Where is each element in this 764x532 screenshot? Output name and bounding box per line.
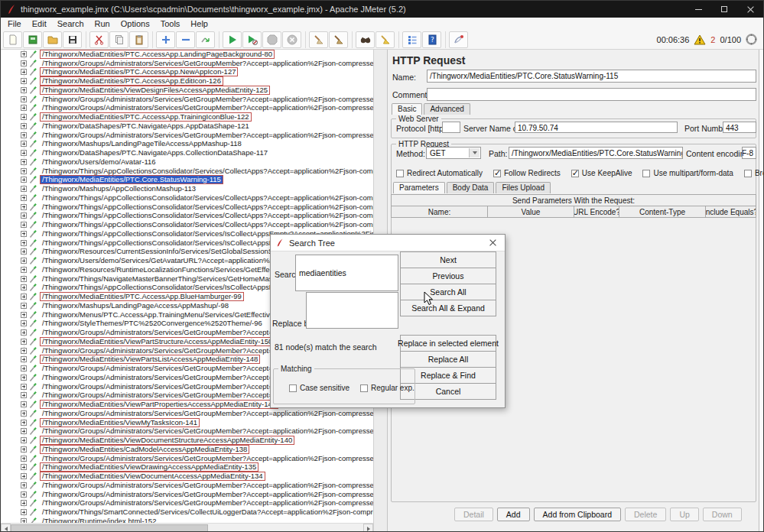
checkbox-box[interactable] — [360, 384, 368, 392]
expander-icon[interactable] — [21, 509, 27, 515]
tab[interactable]: Advanced — [424, 103, 470, 115]
tab[interactable]: Parameters — [393, 182, 445, 193]
option-checkbox[interactable]: Follow Redirects — [493, 169, 561, 177]
clear-icon[interactable] — [309, 31, 328, 48]
tree-row[interactable]: /Thingworx/Things/AppCollectionsConsolid… — [1, 212, 373, 221]
column-header[interactable]: Content-Type — [619, 206, 706, 217]
encoding-field[interactable]: UTF-8 — [742, 147, 756, 159]
checkbox-box[interactable] — [642, 170, 650, 177]
tree-row[interactable]: /Thingworx/Things/AppCollectionsConsolid… — [1, 220, 373, 229]
method-select[interactable]: GET — [426, 147, 481, 159]
expander-icon[interactable] — [21, 168, 27, 174]
tree-row[interactable]: /Thingworx/MediaEntities/PTC.AccessApp.N… — [1, 68, 373, 77]
expander-icon[interactable] — [21, 410, 27, 417]
tree-row[interactable]: /Thingworx/Groups/Administrators/Service… — [1, 95, 373, 104]
tree-row[interactable]: /Thingworx/DataShapes/PTC.NavigateApps.C… — [1, 148, 373, 157]
expander-icon[interactable] — [21, 51, 27, 57]
tree-row[interactable]: /Thingworx/Mashups/AppCollectionMashup-1… — [1, 184, 373, 193]
start-icon[interactable] — [223, 31, 242, 48]
menu-item[interactable]: File — [2, 19, 27, 28]
protocol-field[interactable] — [442, 122, 460, 133]
dialog-button[interactable]: Next — [400, 251, 496, 268]
expander-icon[interactable] — [21, 320, 27, 326]
expander-icon[interactable] — [21, 384, 27, 390]
checkbox-box[interactable] — [289, 384, 297, 392]
open-file-icon[interactable] — [43, 31, 62, 48]
tree-row[interactable]: /Thingworx/Things/SmartConnected/Service… — [1, 508, 373, 517]
tree-row[interactable]: /Thingworx/Users/demo/Avatar-116 — [1, 157, 373, 167]
column-header[interactable]: Include Equals? — [706, 206, 756, 217]
tree-row[interactable]: /Thingworx/Mashups/LandingPageTileAccess… — [1, 140, 373, 149]
expander-icon[interactable] — [21, 186, 27, 192]
expander-icon[interactable] — [21, 284, 27, 290]
column-header[interactable]: Name: — [392, 206, 488, 217]
expander-icon[interactable] — [21, 500, 27, 506]
expander-icon[interactable] — [21, 464, 27, 470]
expand-all-icon[interactable] — [156, 31, 175, 48]
name-field[interactable]: /Thingworx/MediaEntities/PTC.Core.Status… — [427, 70, 756, 83]
tree-row[interactable]: /Thingworx/Groups/Administrators/Service… — [1, 427, 373, 436]
expander-icon[interactable] — [21, 96, 27, 102]
param-action-button[interactable]: Detail — [454, 508, 493, 521]
dialog-button[interactable]: Search All — [400, 284, 496, 300]
tree-row[interactable]: /Thingworx/MediaEntities/ViewDocumentStr… — [1, 436, 373, 445]
search-input[interactable]: mediaentities — [295, 255, 398, 291]
expander-icon[interactable] — [21, 78, 27, 84]
warning-icon[interactable] — [694, 34, 706, 45]
expander-icon[interactable] — [21, 392, 27, 398]
expander-icon[interactable] — [21, 69, 27, 75]
option-checkbox[interactable]: Browser-compatible headers — [744, 169, 764, 177]
clear-all-icon[interactable] — [329, 31, 348, 48]
function-helper-icon[interactable] — [402, 31, 421, 48]
tree-row[interactable]: /Thingworx/MediaEntities/ViewDesignFiles… — [1, 86, 373, 95]
tree-row[interactable]: /Thingworx/MediaEntities/PTC.AccessApp.E… — [1, 76, 373, 86]
expander-icon[interactable] — [21, 150, 27, 156]
tree-row[interactable]: /Thingworx/MediaEntities/PTC.Core.Status… — [1, 176, 373, 185]
tree-row[interactable]: /Thingworx/MediaEntities/PTC.AccessApp.T… — [1, 112, 373, 122]
tree-row[interactable]: /Thingworx/MediaEntities/PTC.AccessApp.L… — [1, 50, 373, 59]
param-action-button[interactable]: Add from Clipboard — [534, 508, 621, 521]
stop-icon[interactable] — [262, 31, 281, 48]
maximize-button[interactable] — [711, 1, 737, 18]
warning-count[interactable]: 2 — [710, 35, 715, 44]
checkbox-box[interactable] — [493, 170, 501, 177]
expander-icon[interactable] — [21, 240, 27, 246]
scroll-left-icon[interactable] — [1, 524, 11, 532]
tree-row[interactable]: /Thingworx/Groups/Administrators/Service… — [1, 59, 373, 68]
expander-icon[interactable] — [21, 420, 27, 426]
expander-icon[interactable] — [21, 177, 27, 183]
menu-item[interactable]: Search — [52, 19, 89, 28]
tree-row[interactable]: /Thingworx/MediaEntities/ViewDrawingAcce… — [1, 463, 373, 472]
expander-icon[interactable] — [21, 132, 27, 138]
expander-icon[interactable] — [21, 222, 27, 228]
tree-row[interactable]: /Thingworx/MediaEntities/ViewDocumentAcc… — [1, 472, 373, 481]
expander-icon[interactable] — [21, 212, 27, 219]
replace-input[interactable] — [306, 292, 398, 329]
expander-icon[interactable] — [21, 312, 27, 318]
tree-row[interactable]: /Thingworx/DataShapes/PTC.NavigateApps.A… — [1, 122, 373, 131]
menu-item[interactable]: Run — [89, 19, 115, 28]
expander-icon[interactable] — [21, 428, 27, 434]
dialog-button[interactable]: Search All & Expand — [400, 300, 496, 316]
expander-icon[interactable] — [21, 473, 27, 479]
expander-icon[interactable] — [21, 123, 27, 129]
start-no-timers-icon[interactable] — [242, 31, 262, 48]
close-button[interactable] — [737, 1, 763, 18]
path-field[interactable]: /Thingworx/MediaEntities/PTC.Core.Status… — [509, 147, 683, 159]
expander-icon[interactable] — [21, 294, 27, 300]
menu-item[interactable]: Edit — [27, 19, 52, 28]
tree-row[interactable]: /Thingworx/Groups/Administrators/Service… — [1, 481, 373, 490]
templates-icon[interactable] — [23, 31, 42, 48]
expander-icon[interactable] — [21, 446, 27, 453]
cut-icon[interactable] — [89, 31, 109, 48]
tree-row[interactable]: /Thingworx/Groups/Administrators/Service… — [1, 490, 373, 499]
tree-row[interactable]: /Thingworx/Things/AppCollectionsConsolid… — [1, 203, 373, 212]
comments-field[interactable] — [427, 88, 756, 101]
collapse-all-icon[interactable] — [176, 31, 195, 48]
tree-row[interactable]: /Thingworx/Things/AppCollectionsConsolid… — [1, 193, 373, 203]
copy-icon[interactable] — [109, 31, 128, 48]
matching-checkbox[interactable]: Case sensitive — [289, 384, 349, 392]
expander-icon[interactable] — [21, 276, 27, 282]
tree-row[interactable]: /Thingworx/Things/AppCollectionsConsolid… — [1, 167, 373, 176]
tree-horizontal-scrollbar[interactable] — [1, 523, 373, 532]
